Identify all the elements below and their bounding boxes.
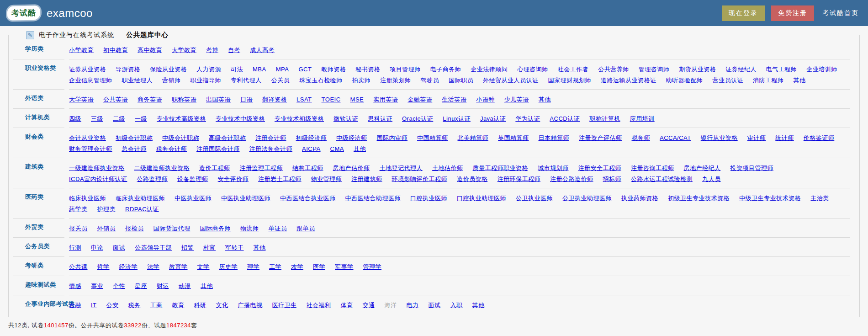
category-link[interactable]: 注册咨询工程师: [631, 163, 674, 173]
category-link[interactable]: 情感: [69, 281, 81, 291]
category-link[interactable]: ICDA室内设计师认证: [69, 174, 127, 184]
category-link[interactable]: 公选领导干部: [135, 242, 172, 253]
category-link[interactable]: 物流师: [240, 223, 259, 234]
category-link[interactable]: 营销师: [162, 75, 181, 85]
category-link[interactable]: 中级经济师: [336, 133, 367, 143]
category-link[interactable]: 公共英语: [103, 94, 128, 105]
category-link[interactable]: 工商: [150, 300, 163, 310]
category-link[interactable]: 农学: [291, 261, 303, 272]
category-link[interactable]: 二级: [113, 113, 125, 124]
category-link[interactable]: Oracle认证: [402, 113, 433, 124]
category-link[interactable]: 三级: [91, 113, 103, 124]
category-link[interactable]: MPA: [276, 64, 289, 75]
category-link[interactable]: 职称英语: [172, 94, 196, 105]
category-link[interactable]: LSAT: [296, 94, 312, 105]
category-link[interactable]: 公路水运工程试验检测: [631, 174, 693, 184]
category-link[interactable]: 国家理财规划师: [548, 75, 592, 85]
category-link[interactable]: 中级会计职称: [162, 133, 199, 143]
category-link[interactable]: 金融: [69, 300, 81, 310]
category-link[interactable]: ACCD认证: [550, 113, 580, 124]
category-link[interactable]: 注册法务会计师: [249, 144, 293, 154]
category-link[interactable]: 注册安全工程师: [578, 163, 622, 173]
category-link[interactable]: 统计师: [775, 133, 794, 143]
category-link[interactable]: 中西医结合执业医师: [280, 193, 336, 203]
category-link[interactable]: 公共营养师: [598, 64, 629, 75]
category-link[interactable]: 其他: [794, 75, 806, 85]
category-link[interactable]: AICPA: [302, 144, 321, 154]
category-link[interactable]: 一级建造师执业资格: [69, 163, 125, 173]
category-link[interactable]: 注册会计师: [255, 133, 286, 143]
login-button[interactable]: 现在登录: [722, 5, 765, 21]
category-link[interactable]: 国际货运代理: [153, 223, 191, 234]
category-link[interactable]: 大学教育: [172, 45, 196, 55]
category-link[interactable]: 导游资格: [116, 64, 140, 75]
category-link[interactable]: 公关员: [271, 75, 290, 85]
category-link[interactable]: 交通: [363, 300, 375, 310]
category-link[interactable]: 注册环保工程师: [498, 174, 541, 184]
category-link[interactable]: 主治类: [810, 193, 829, 203]
category-link[interactable]: 高级会计职称: [209, 133, 246, 143]
category-link[interactable]: 物业管理师: [311, 174, 342, 184]
category-link[interactable]: 医疗卫生: [272, 300, 297, 310]
register-button[interactable]: 免费注册: [771, 5, 814, 21]
category-link[interactable]: 公安: [106, 300, 119, 310]
category-link[interactable]: 其他: [201, 281, 213, 291]
category-link[interactable]: 质量工程师职业资格: [473, 163, 529, 173]
category-link[interactable]: 一级: [135, 113, 147, 124]
category-link[interactable]: 高中教育: [138, 45, 162, 55]
category-link[interactable]: 其他: [539, 94, 551, 105]
category-link[interactable]: 其他: [472, 300, 485, 310]
category-link[interactable]: 期货从业资格: [679, 64, 716, 75]
category-link[interactable]: 二级建造师执业资格: [134, 163, 190, 173]
category-link[interactable]: 应用培训: [630, 113, 655, 124]
category-link[interactable]: 专业技术中级资格: [216, 113, 265, 124]
category-link[interactable]: IT: [91, 300, 97, 310]
category-link[interactable]: 房地产经纪人: [684, 163, 721, 173]
category-link[interactable]: 土地估价师: [432, 163, 463, 173]
category-link[interactable]: 面试: [429, 300, 441, 310]
category-link[interactable]: GCT: [298, 64, 312, 75]
category-link[interactable]: 保险从业资格: [150, 64, 187, 75]
category-link[interactable]: 中国精算师: [417, 133, 448, 143]
category-link[interactable]: 社会福利: [307, 300, 331, 310]
category-link[interactable]: 初中教育: [103, 45, 128, 55]
category-link[interactable]: 财运: [157, 281, 169, 291]
category-link[interactable]: 专业技术初级资格: [275, 113, 324, 124]
category-link[interactable]: 经济学: [119, 261, 138, 272]
category-link[interactable]: 教师资格: [321, 64, 346, 75]
category-link[interactable]: 心理咨询师: [517, 64, 548, 75]
category-link[interactable]: 造价工程师: [199, 163, 230, 173]
category-link[interactable]: 国际内审师: [377, 133, 408, 143]
category-link[interactable]: 金融英语: [408, 94, 432, 105]
category-link[interactable]: 注册岩土工程师: [258, 174, 302, 184]
category-link[interactable]: 公卫执业医师: [516, 193, 553, 203]
category-link[interactable]: 城市规划师: [538, 163, 569, 173]
category-link[interactable]: 中级卫生专业技术资格: [739, 193, 801, 203]
category-link[interactable]: 中医执业医师: [175, 193, 212, 203]
category-link[interactable]: 社会工作者: [558, 64, 589, 75]
category-link[interactable]: 消防工程师: [753, 75, 784, 85]
category-link[interactable]: 申论: [91, 242, 103, 253]
category-link[interactable]: 体育: [341, 300, 353, 310]
category-link[interactable]: 企业法律顾问: [471, 64, 508, 75]
category-link[interactable]: 总会计师: [122, 144, 147, 154]
category-link[interactable]: 报检员: [125, 223, 144, 234]
category-link[interactable]: 房地产估价师: [333, 163, 370, 173]
category-link[interactable]: 注册监理工程师: [240, 163, 283, 173]
category-link[interactable]: 医学: [313, 261, 325, 272]
category-link[interactable]: 小语种: [476, 94, 495, 105]
category-link[interactable]: 珠宝玉石检验师: [299, 75, 343, 85]
category-link[interactable]: 环境影响评价工程师: [392, 174, 448, 184]
category-link[interactable]: 跟单员: [296, 223, 315, 234]
category-link[interactable]: 人力资源: [196, 64, 221, 75]
category-link[interactable]: 思科认证: [368, 113, 392, 124]
category-link[interactable]: 营业员认证: [713, 75, 744, 85]
category-link[interactable]: MBA: [253, 64, 266, 75]
category-link[interactable]: 其他: [354, 144, 366, 154]
category-link[interactable]: 司法: [231, 64, 243, 75]
category-link[interactable]: 文化: [216, 300, 228, 310]
category-link[interactable]: 英国精算师: [498, 133, 529, 143]
category-link[interactable]: 药学类: [69, 204, 88, 214]
category-link[interactable]: 拍卖师: [352, 75, 371, 85]
category-link[interactable]: 公共课: [69, 261, 88, 272]
